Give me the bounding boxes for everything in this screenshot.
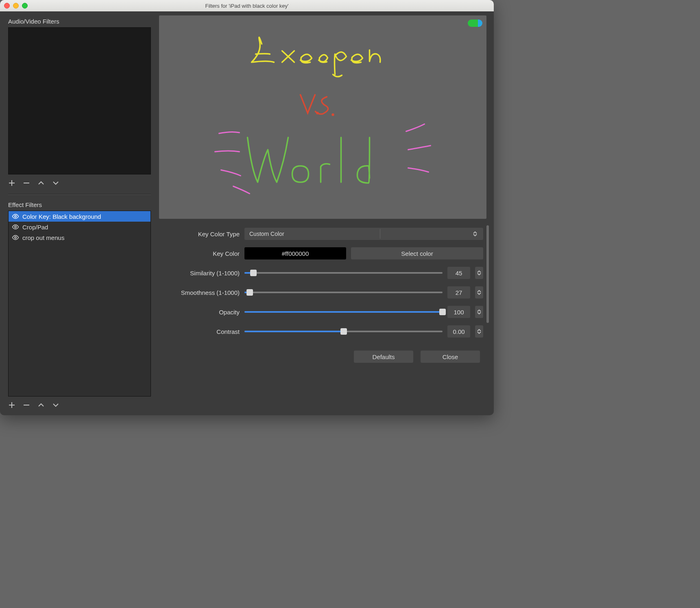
similarity-stepper[interactable] [475, 267, 483, 279]
remove-icon[interactable] [23, 401, 30, 410]
opacity-stepper[interactable] [475, 306, 483, 318]
divider [8, 194, 151, 195]
window-title: Filters for 'iPad with black color key' [0, 3, 494, 9]
filter-preview [159, 15, 486, 219]
window-minimize-icon[interactable] [13, 3, 19, 9]
add-icon[interactable] [8, 401, 15, 410]
opacity-value[interactable]: 100 [447, 306, 470, 318]
contrast-value[interactable]: 0.00 [447, 325, 470, 338]
effect-filters-list[interactable]: Color Key: Black background Crop/Pad cro… [8, 211, 151, 397]
select-color-button[interactable]: Select color [351, 247, 483, 259]
visibility-icon[interactable] [12, 234, 19, 241]
effect-list-controls [8, 399, 151, 412]
av-list-controls [8, 177, 151, 190]
key-color-label: Key Color [162, 250, 240, 257]
smoothness-label: Smoothness (1-1000) [162, 289, 240, 296]
key-color-type-select[interactable]: Custom Color [244, 228, 483, 240]
smoothness-value[interactable]: 27 [447, 286, 470, 299]
opacity-label: Opacity [162, 309, 240, 316]
defaults-button[interactable]: Defaults [354, 351, 413, 363]
filters-window: Filters for 'iPad with black color key' … [0, 0, 494, 415]
svg-point-4 [332, 114, 334, 115]
move-down-icon[interactable] [52, 401, 59, 410]
visibility-icon[interactable] [12, 213, 19, 220]
similarity-slider[interactable] [244, 267, 443, 279]
move-down-icon[interactable] [52, 179, 59, 188]
similarity-value[interactable]: 45 [447, 267, 470, 279]
preview-toggle[interactable] [468, 20, 482, 27]
effect-filter-label: Crop/Pad [22, 224, 48, 231]
effect-filter-label: crop out menus [22, 234, 64, 241]
svg-point-1 [15, 226, 17, 228]
effect-filters-heading: Effect Filters [8, 201, 151, 208]
effect-filter-row[interactable]: crop out menus [9, 232, 150, 243]
svg-point-2 [15, 237, 17, 239]
opacity-slider[interactable] [244, 306, 443, 318]
move-up-icon[interactable] [37, 179, 45, 188]
effect-filter-row[interactable]: Crop/Pad [9, 222, 150, 232]
similarity-label: Similarity (1-1000) [162, 270, 240, 277]
av-filters-heading: Audio/Video Filters [8, 18, 151, 25]
effect-filter-row[interactable]: Color Key: Black background [9, 211, 150, 222]
key-color-type-label: Key Color Type [162, 231, 240, 238]
window-zoom-icon[interactable] [22, 3, 28, 9]
key-color-type-value: Custom Color [249, 231, 284, 237]
filter-params: Key Color Type Custom Color Key Color #f… [159, 219, 486, 410]
chevron-updown-icon [472, 229, 478, 239]
svg-point-0 [15, 216, 17, 218]
effect-filter-label: Color Key: Black background [22, 213, 101, 220]
window-close-icon[interactable] [4, 3, 10, 9]
key-color-value: #ff000000 [282, 250, 309, 257]
contrast-label: Contrast [162, 328, 240, 335]
move-up-icon[interactable] [37, 401, 45, 410]
contrast-stepper[interactable] [475, 325, 483, 338]
visibility-icon[interactable] [12, 223, 19, 231]
contrast-slider[interactable] [244, 325, 443, 338]
remove-icon[interactable] [23, 179, 30, 188]
smoothness-slider[interactable] [244, 286, 443, 299]
titlebar: Filters for 'iPad with black color key' [0, 0, 494, 11]
key-color-swatch[interactable]: #ff000000 [244, 247, 346, 259]
add-icon[interactable] [8, 179, 15, 188]
close-button[interactable]: Close [421, 351, 480, 363]
smoothness-stepper[interactable] [475, 286, 483, 299]
params-scrollbar[interactable] [486, 225, 489, 323]
av-filters-list[interactable] [8, 27, 151, 174]
